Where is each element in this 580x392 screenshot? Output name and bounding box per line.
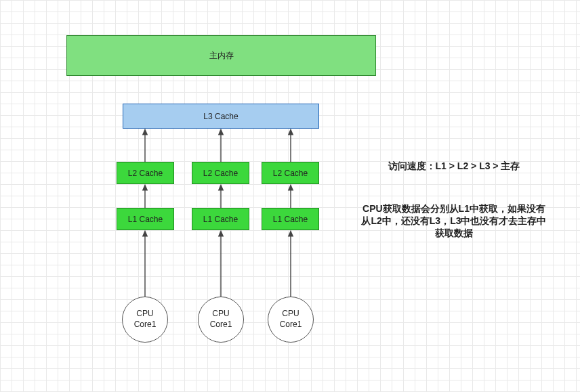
l1-cache-label: L1 Cache (203, 215, 238, 224)
cpu-core-label: CPU Core1 (210, 309, 232, 330)
main-memory-label: 主内存 (209, 50, 234, 62)
l1-cache-label: L1 Cache (273, 215, 308, 224)
cpu-core-label: CPU Core1 (134, 309, 157, 330)
l1-cache-box: L1 Cache (117, 208, 174, 230)
l3-cache-label: L3 Cache (203, 112, 238, 121)
main-memory-box: 主内存 (66, 35, 376, 76)
l2-cache-label: L2 Cache (203, 169, 238, 178)
l2-cache-box: L2 Cache (262, 162, 319, 184)
cpu-core-box: CPU Core1 (122, 297, 168, 343)
annotation-fetch: CPU获取数据会分别从L1中获取，如果没有从L2中，还没有L3，L3中也没有才去… (359, 203, 549, 240)
l3-cache-box: L3 Cache (123, 104, 319, 129)
diagram-canvas: 主内存 L3 Cache L2 Cache L2 Cache L2 Cache … (0, 0, 580, 392)
cpu-core-box: CPU Core1 (198, 297, 244, 343)
l2-cache-label: L2 Cache (128, 169, 163, 178)
annotation-fetch-text: CPU获取数据会分别从L1中获取，如果没有从L2中，还没有L3，L3中也没有才去… (361, 203, 546, 238)
l2-cache-label: L2 Cache (273, 169, 308, 178)
l2-cache-box: L2 Cache (192, 162, 249, 184)
l1-cache-box: L1 Cache (192, 208, 249, 230)
l1-cache-label: L1 Cache (128, 215, 163, 224)
l1-cache-box: L1 Cache (262, 208, 319, 230)
l2-cache-box: L2 Cache (117, 162, 174, 184)
annotation-speed: 访问速度：L1 > L2 > L3 > 主存 (359, 160, 549, 173)
cpu-core-label: CPU Core1 (280, 309, 302, 330)
cpu-core-box: CPU Core1 (268, 297, 314, 343)
annotation-speed-text: 访问速度：L1 > L2 > L3 > 主存 (388, 160, 520, 171)
